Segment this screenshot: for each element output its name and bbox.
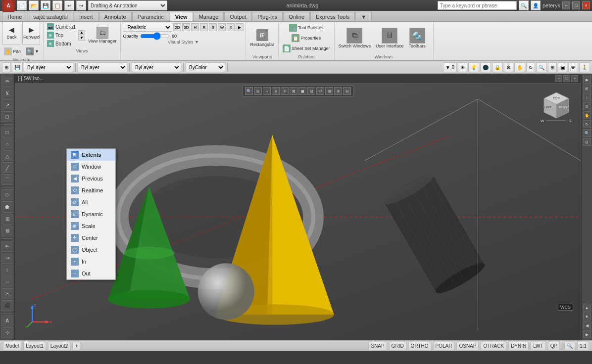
vs-btn-5[interactable]: S <box>209 23 217 31</box>
vs-btn-3[interactable]: H <box>191 23 199 31</box>
vs-btn-7[interactable]: X <box>227 23 235 31</box>
search-input[interactable] <box>438 1 517 10</box>
ls-btn-7[interactable]: △ <box>1 150 13 161</box>
toolbars-button[interactable]: 🔩 Toolbars <box>407 26 428 50</box>
tab-more[interactable]: ▼ <box>355 12 372 21</box>
tab-plugins[interactable]: Plug-ins <box>252 12 283 21</box>
ls-btn-4[interactable]: ⬡ <box>1 111 13 122</box>
ls-btn-16[interactable]: ↕ <box>1 265 13 275</box>
open-button[interactable]: 📂 <box>29 0 39 10</box>
ls-btn-8[interactable]: ╱ <box>1 162 13 173</box>
pan-icon2[interactable]: ✋ <box>514 62 525 72</box>
ls-btn-17[interactable]: ↔ <box>1 276 13 287</box>
ls-btn-11[interactable]: ⬟ <box>1 201 13 212</box>
vs-btn-6[interactable]: W <box>218 23 226 31</box>
tab-home[interactable]: Home <box>2 12 27 21</box>
vt-btn-5[interactable]: ✛ <box>281 87 289 95</box>
view-manager-button[interactable]: 🗂 View Manager <box>86 26 118 45</box>
viewport-restore[interactable]: □ <box>563 75 570 82</box>
tab-output[interactable]: Output <box>224 12 251 21</box>
menu-item-center[interactable]: ✛ Center <box>67 232 115 244</box>
ls-btn-1[interactable]: ✏ <box>1 76 13 87</box>
search-icon[interactable]: 🔍 <box>519 0 529 10</box>
ls-btn-2[interactable]: ⊻ <box>1 88 13 98</box>
viewport-minimize[interactable]: − <box>555 75 562 82</box>
vt-btn-10[interactable]: ⊞ <box>325 87 333 95</box>
ls-btn-13[interactable]: ⊠ <box>1 226 13 236</box>
tab-annotate[interactable]: Annotate <box>99 12 132 21</box>
rs-btn-4[interactable]: ⊙ <box>583 102 591 110</box>
vs-btn-2[interactable]: 3D <box>182 23 190 31</box>
lweight-btn[interactable]: LWT <box>531 342 545 351</box>
ls-btn-19[interactable]: ⬛ <box>1 300 13 311</box>
layer-state-btn[interactable]: 💾 <box>12 62 23 72</box>
tab-parametric[interactable]: Parametric <box>132 12 169 21</box>
forward-button[interactable]: ▶ Forward <box>22 22 40 45</box>
close-button[interactable]: × <box>582 1 590 9</box>
ls-btn-5[interactable]: □ <box>1 127 13 137</box>
ls-btn-10[interactable]: ⬭ <box>1 189 13 200</box>
user-interface-button[interactable]: 🖥 User Interface <box>374 26 406 50</box>
visual-style-select[interactable]: Realistic <box>123 23 172 32</box>
layer-select[interactable]: ByLayer <box>24 62 73 72</box>
ls-btn-9[interactable]: ⌒ <box>1 174 13 185</box>
zoom-btn[interactable]: 🔍 <box>564 342 575 351</box>
ls-btn-18[interactable]: ✂ <box>1 288 13 299</box>
rs-btn-7[interactable]: 🔍 <box>583 129 591 137</box>
ls-btn-14[interactable]: ⇤ <box>1 241 13 252</box>
minimize-button[interactable]: − <box>562 1 570 9</box>
switch-windows-button[interactable]: ⧉ Switch Windows <box>337 26 373 50</box>
qp-btn[interactable]: QP <box>548 342 560 351</box>
zoom-dropdown[interactable]: 🔍 ▼ <box>24 46 41 56</box>
vt-btn-7[interactable]: ◼ <box>298 87 306 95</box>
workspace-select[interactable]: Drafting & Annotation <box>88 0 167 10</box>
opacity-slider[interactable] <box>140 34 170 38</box>
add-layout-btn[interactable]: + <box>72 342 80 351</box>
lock-icon[interactable]: 🔒 <box>492 62 503 72</box>
menu-item-extents[interactable]: ⊞ Extents <box>67 149 115 161</box>
light-icon[interactable]: 💡 <box>468 62 479 72</box>
osnap-btn[interactable]: OSNAP <box>456 342 479 351</box>
menu-item-object[interactable]: ◯ Object <box>67 244 115 256</box>
new-button[interactable]: 📄 <box>17 0 27 10</box>
vt-btn-8[interactable]: ⊡ <box>307 87 315 95</box>
top-view-item[interactable]: ⊕ Top <box>46 31 77 39</box>
vs-btn-1[interactable]: 2D <box>173 23 181 31</box>
rs-btn-5[interactable]: ✋ <box>583 111 591 119</box>
tab-view[interactable]: View <box>170 12 193 21</box>
menu-item-out[interactable]: − Out <box>67 268 115 279</box>
vt-btn-11[interactable]: ⊛ <box>334 87 342 95</box>
tab-manage[interactable]: Manage <box>194 12 224 21</box>
zoom-window-icon[interactable]: ▣ <box>558 62 567 72</box>
ls-btn-6[interactable]: ○ <box>1 138 13 149</box>
snap-btn[interactable]: SNAP <box>368 342 387 351</box>
rs-btn-2[interactable]: ⊞ <box>583 85 591 92</box>
ls-btn-3[interactable]: ↗ <box>1 99 13 110</box>
rs-btn-6[interactable]: ↻ <box>583 120 591 128</box>
grid-btn[interactable]: GRID <box>389 342 406 351</box>
zoom-icon[interactable]: 🔍 <box>536 62 547 72</box>
rs-btn-12[interactable]: ▶ <box>583 330 591 338</box>
lineweight-select[interactable]: ByColor <box>186 62 225 72</box>
bottom-view-item[interactable]: ⊕ Bottom <box>46 40 77 47</box>
menu-item-realtime[interactable]: ⏱ Realtime <box>67 184 115 196</box>
wcs-label[interactable]: WCS <box>558 304 573 311</box>
settings-icon[interactable]: ⚙ <box>504 62 513 72</box>
layout2-tab[interactable]: Layout2 <box>48 342 71 351</box>
rs-btn-8[interactable]: ⊟ <box>583 138 591 146</box>
scroll-up[interactable]: ▲ <box>78 30 85 35</box>
vt-btn-4[interactable]: ⊕ <box>272 87 280 95</box>
menu-item-in[interactable]: + In <box>67 256 115 268</box>
rs-btn-10[interactable]: ▼ <box>583 313 591 320</box>
vt-btn-12[interactable]: ⊟ <box>343 87 351 95</box>
main-viewport[interactable]: [-] SW Iso... − □ × 🔍 ⊞ ↔ ⊕ ✛ ⊠ ◼ ⊡ ↺ ⊞ … <box>15 74 581 340</box>
properties-button[interactable]: 📋 Properties <box>290 33 323 43</box>
tab-custom[interactable]: saját szalagfül <box>28 12 73 21</box>
menu-item-window[interactable]: □ Window <box>67 161 115 173</box>
sheet-set-button[interactable]: 📄 Sheet Set Manager <box>281 44 332 53</box>
dynin-btn[interactable]: DYNIN <box>508 342 529 351</box>
saveas-button[interactable]: 📋 <box>52 0 62 10</box>
tab-insert[interactable]: Insert <box>74 12 99 21</box>
tab-express[interactable]: Express Tools <box>310 12 355 21</box>
zoom-extents-icon[interactable]: ⊞ <box>548 62 557 72</box>
